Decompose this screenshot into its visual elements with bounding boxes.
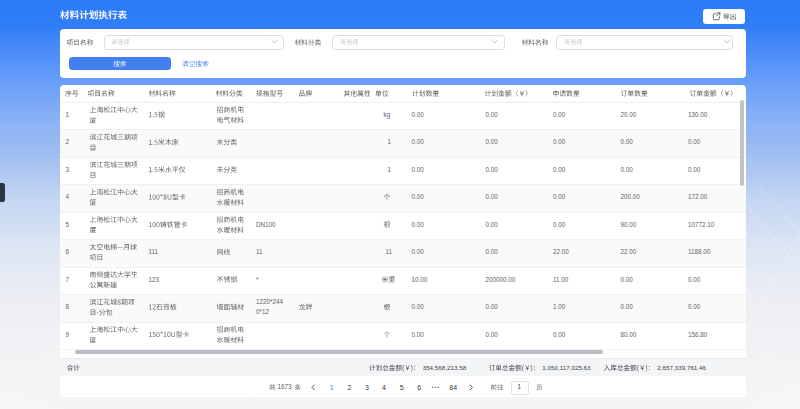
svg-text:0.00: 0.00	[688, 303, 701, 310]
svg-text:0.00: 0.00	[412, 193, 425, 200]
svg-text:111: 111	[148, 248, 158, 255]
svg-text:1.00: 1.00	[553, 303, 566, 310]
svg-text:22.00: 22.00	[553, 248, 569, 255]
svg-text:0.00: 0.00	[553, 331, 566, 338]
svg-text:1: 1	[388, 138, 392, 145]
svg-text:4: 4	[382, 384, 386, 391]
svg-text:1673: 1673	[278, 383, 293, 390]
svg-text:5: 5	[400, 384, 404, 391]
svg-text:5: 5	[66, 221, 70, 228]
svg-text:0.00: 0.00	[553, 166, 566, 173]
svg-text:0.00: 0.00	[688, 276, 701, 283]
svg-text:0.00: 0.00	[412, 221, 425, 228]
svg-text:0.00: 0.00	[553, 221, 566, 228]
svg-text:0.00: 0.00	[553, 138, 566, 145]
svg-text:130.00: 130.00	[688, 111, 708, 118]
svg-text:6: 6	[417, 384, 421, 391]
svg-text:90.00: 90.00	[621, 221, 637, 228]
svg-text:8: 8	[66, 303, 70, 310]
svg-text:0.00: 0.00	[553, 193, 566, 200]
svg-text:6: 6	[66, 248, 70, 255]
svg-text:1: 1	[330, 384, 334, 391]
svg-text:4: 4	[66, 193, 70, 200]
svg-text:11: 11	[386, 248, 393, 255]
svg-text:9: 9	[66, 331, 70, 338]
svg-text:0*12: 0*12	[256, 308, 269, 315]
svg-text:2: 2	[66, 138, 70, 145]
svg-text:1188.00: 1188.00	[688, 248, 711, 255]
svg-text:0.00: 0.00	[486, 303, 499, 310]
svg-text:20.00: 20.00	[621, 111, 637, 118]
svg-text:0.00: 0.00	[412, 166, 425, 173]
svg-text:10.00: 10.00	[412, 276, 428, 283]
svg-text:1: 1	[388, 166, 392, 173]
svg-text:3: 3	[66, 166, 70, 173]
svg-text:2,657,339,761.46: 2,657,339,761.46	[657, 364, 706, 371]
svg-text:1220*244: 1220*244	[256, 298, 283, 305]
svg-text:0.00: 0.00	[412, 331, 425, 338]
svg-text:10772.10: 10772.10	[688, 221, 715, 228]
svg-text:0.00: 0.00	[486, 221, 499, 228]
svg-text:0.00: 0.00	[688, 138, 701, 145]
svg-text:200.00: 200.00	[621, 193, 641, 200]
svg-text:7: 7	[66, 276, 70, 283]
svg-text:156.80: 156.80	[688, 331, 708, 338]
svg-text:172.00: 172.00	[688, 193, 708, 200]
svg-text:0.00: 0.00	[486, 193, 499, 200]
svg-text:11: 11	[256, 248, 263, 255]
svg-text:3: 3	[365, 384, 369, 391]
svg-text:2: 2	[347, 384, 351, 391]
svg-text:11.00: 11.00	[553, 276, 569, 283]
svg-text:1: 1	[518, 383, 522, 390]
svg-text:22.00: 22.00	[621, 248, 637, 255]
svg-text:0.00: 0.00	[621, 166, 634, 173]
svg-text:0.00: 0.00	[486, 331, 499, 338]
svg-text:0.00: 0.00	[486, 111, 499, 118]
svg-text:123: 123	[148, 276, 159, 283]
svg-text:0.00: 0.00	[412, 138, 425, 145]
svg-text:0.00: 0.00	[621, 138, 634, 145]
svg-text:0.00: 0.00	[688, 166, 701, 173]
svg-text:354,568,213.58: 354,568,213.58	[423, 364, 467, 371]
svg-text:1,050,117,025.63: 1,050,117,025.63	[542, 364, 591, 371]
svg-text:80.00: 80.00	[621, 331, 637, 338]
svg-text:*: *	[256, 276, 259, 283]
svg-text:DN100: DN100	[256, 221, 276, 228]
svg-text:0.00: 0.00	[486, 248, 499, 255]
svg-text:0.00: 0.00	[412, 111, 425, 118]
svg-text:0.00: 0.00	[412, 248, 425, 255]
svg-text:0.00: 0.00	[486, 166, 499, 173]
svg-text:0.00: 0.00	[486, 138, 499, 145]
svg-text:1: 1	[66, 111, 70, 118]
svg-text:84: 84	[449, 384, 457, 391]
svg-text:0.00: 0.00	[412, 303, 425, 310]
svg-text:200000.00: 200000.00	[486, 276, 516, 283]
svg-text:kg: kg	[384, 111, 391, 119]
svg-text:0.00: 0.00	[621, 276, 634, 283]
svg-text:0.00: 0.00	[621, 303, 634, 310]
svg-text:0.00: 0.00	[553, 111, 566, 118]
